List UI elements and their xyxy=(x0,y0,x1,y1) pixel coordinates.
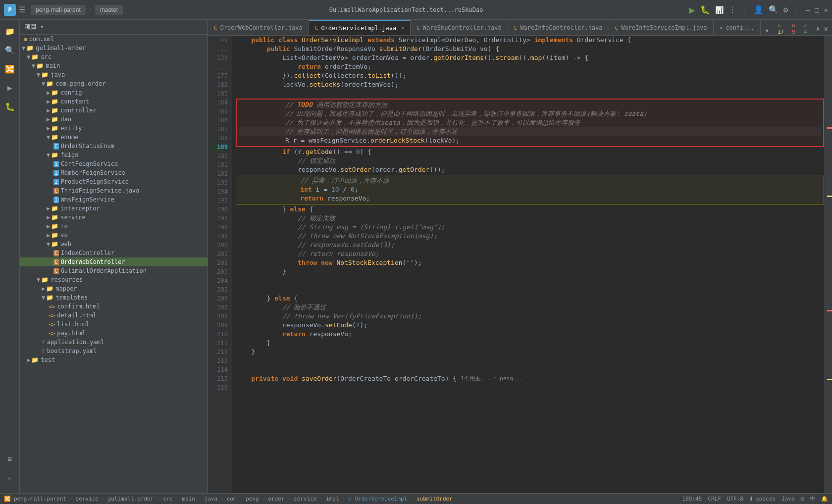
chinese-toggle[interactable]: 中 xyxy=(810,495,815,503)
annotation-red-box: // TODO 调用远程锁定库存的方法 // 出现问题，加减库存成功了，但是由于… xyxy=(236,99,824,147)
breadcrumb-main: main xyxy=(182,496,195,502)
folder-interceptor[interactable]: ▶ 📁 interceptor xyxy=(20,204,208,213)
code-line-201: // responseVo.setCode(3); xyxy=(236,241,824,250)
file-memberfeignservice[interactable]: I MemberFeignService xyxy=(20,168,208,177)
file-thridfeignservice[interactable]: C ThridFeignService.java xyxy=(20,186,208,195)
tab-wareskucontroller[interactable]: C WareSkuController.java xyxy=(411,20,508,35)
folder-resources[interactable]: ▼ 📁 resources xyxy=(20,275,208,284)
minimize-button[interactable]: — xyxy=(806,6,810,14)
debug-icon[interactable]: 🐛 xyxy=(1,98,19,115)
tab-wareinfoserviceimpl[interactable]: C WareInfoServiceImpl.java xyxy=(609,20,714,35)
code-line-182: return orderItemVo; xyxy=(236,62,824,71)
tab-confi[interactable]: > confi... xyxy=(714,20,761,35)
folder-enume[interactable]: ▼ 📁 enume xyxy=(20,133,208,142)
layout-icon[interactable]: ⊞ xyxy=(800,496,804,502)
folder-templates[interactable]: ▼ 📁 templates xyxy=(20,293,208,302)
left-sidebar-icons: 📁 🔍 🔀 ▶ 🐛 ⊞ ⚠ xyxy=(0,20,20,493)
statusbar: 🔀 peng-mall-parent › service › gulimall-… xyxy=(0,493,832,504)
file-application-yaml[interactable]: Y application.yaml xyxy=(20,338,208,347)
code-line-196: return responseVo; xyxy=(238,194,822,203)
gutter-collapse[interactable]: ∨ xyxy=(824,25,828,33)
maximize-button[interactable]: □ xyxy=(815,6,819,14)
coverage-button[interactable]: 📊 xyxy=(715,6,724,14)
project-selector[interactable]: peng-mall-parent xyxy=(31,5,86,15)
file-title: GulimallWareApplicationTest.test...reSku… xyxy=(329,6,483,13)
folder-dao[interactable]: ▶ 📁 dao xyxy=(20,115,208,124)
folder-mapper[interactable]: ▶ 📁 mapper xyxy=(20,284,208,293)
code-line-195: int i = 10 / 0; xyxy=(238,185,822,194)
folder-main[interactable]: ▼ 📁 main xyxy=(20,61,208,70)
run-icon[interactable]: ▶ xyxy=(1,79,19,97)
file-orderstatusenum[interactable]: C OrderStatusEnum xyxy=(20,142,208,151)
close-button[interactable]: ✕ xyxy=(824,6,828,14)
file-gulimallorderapplication[interactable]: C GulimallOrderApplication xyxy=(20,266,208,275)
code-line-216: private void saveOrder(OrderCreateTo ord… xyxy=(236,374,824,383)
pom-xml[interactable]: m pom.xml xyxy=(20,35,208,44)
file-pay-html[interactable]: <> pay.html xyxy=(20,329,208,338)
tab-orderserviceimpl[interactable]: C OrderServiceImpl.java ✕ xyxy=(309,20,411,35)
file-productfeignservice[interactable]: I ProductFeignService xyxy=(20,177,208,186)
breadcrumb-sep1: › xyxy=(69,496,73,502)
breadcrumb-orderserviceimpl: ⊙ OrderServiceImpl xyxy=(348,496,407,502)
notifications[interactable]: 🔔 xyxy=(821,496,828,502)
app-logo: P xyxy=(4,4,16,16)
debug-button[interactable]: 🐛 xyxy=(700,5,710,14)
problems-icon[interactable]: ⚠ xyxy=(1,469,19,487)
gutter-expand[interactable]: ∧ xyxy=(816,25,820,33)
file-cartfeignservice[interactable]: I CartFeignService xyxy=(20,159,208,168)
run-button[interactable]: ▶ xyxy=(689,4,695,16)
code-line-187: // 出现问题，加减库存成功了，但是由于网络原因超时，出现异常，导致订单事务回滚… xyxy=(239,109,821,118)
user-icon[interactable]: 👤 xyxy=(754,5,764,14)
file-tree-header[interactable]: 项目 ▾ xyxy=(20,20,208,35)
file-detail-html[interactable]: <> detail.html xyxy=(20,311,208,320)
code-line-177: List<OrderItemVo> orderItemVos = order.g… xyxy=(236,53,824,62)
git-icon[interactable]: 🔀 xyxy=(4,496,11,502)
lang: Java xyxy=(781,496,795,502)
vcs-icon[interactable]: 🔀 xyxy=(1,60,19,78)
file-list-html[interactable]: <> list.html xyxy=(20,320,208,329)
folder-feign[interactable]: ▼ 📁 feign xyxy=(20,151,208,159)
more-button[interactable]: ⋮ xyxy=(728,5,736,14)
breadcrumb-order: order xyxy=(268,496,284,502)
tabs-overflow[interactable]: ▾ xyxy=(761,26,774,35)
files-icon[interactable]: 📁 xyxy=(1,22,19,40)
code-content[interactable]: public class OrderServiceImpl extends Se… xyxy=(232,36,824,493)
file-bootstrap-yaml[interactable]: Y bootstrap.yaml xyxy=(20,347,208,355)
tab-wareinfocontroller[interactable]: C WareInfoController.java xyxy=(508,20,609,35)
file-indexcontroller[interactable]: C IndexController xyxy=(20,249,208,257)
code-line-213: } xyxy=(236,348,824,356)
code-line-194: // 异常；订单回滚，库存不滚 xyxy=(238,176,822,185)
find-icon[interactable]: 🔍 xyxy=(1,41,19,59)
folder-gulimall-order[interactable]: ▼ 📁 gulimall-order xyxy=(20,44,208,52)
indent: 4 spaces xyxy=(749,496,776,502)
statusbar-right: 189:45 CRLF UTF-8 4 spaces Java ⊞ 中 🔔 xyxy=(682,495,828,503)
file-confirm-html[interactable]: <> confirm.html xyxy=(20,302,208,311)
folder-service[interactable]: ▶ 📁 service xyxy=(20,213,208,222)
folder-vo[interactable]: ▶ 📁 vo xyxy=(20,231,208,240)
tab-orderwebcontroller[interactable]: C OrderWebController.java xyxy=(208,20,309,35)
menu-icon[interactable]: ☰ xyxy=(19,5,26,14)
tab-close-orderserviceimpl[interactable]: ✕ xyxy=(401,25,404,31)
code-line-192: // 锁定成功 xyxy=(236,156,824,165)
folder-src[interactable]: ▼ 📁 src xyxy=(20,52,208,61)
file-tree: 项目 ▾ m pom.xml ▼ 📁 gulimall-order ▼ 📁 sr… xyxy=(20,20,208,493)
search-icon[interactable]: 🔍 xyxy=(769,5,779,14)
file-orderwebcontroller[interactable]: C OrderWebController xyxy=(20,257,208,266)
terminal-icon[interactable]: ⊞ xyxy=(1,450,19,468)
folder-java[interactable]: ▼ 📁 java xyxy=(20,70,208,79)
code-line-200: // throw new NotStockException(msg); xyxy=(236,232,824,241)
branch-selector[interactable]: master xyxy=(95,5,123,15)
settings-icon[interactable]: ⚙ xyxy=(783,5,788,14)
editor[interactable]: 49 ... 139 ... 177 182 183 184 185 186 1… xyxy=(208,36,824,493)
folder-config[interactable]: ▶ 📁 config xyxy=(20,88,208,97)
editor-area: C OrderWebController.java C OrderService… xyxy=(208,20,832,493)
folder-constant[interactable]: ▶ 📁 constant xyxy=(20,97,208,106)
file-wmsfeignservice[interactable]: I WmsFeignService xyxy=(20,195,208,204)
folder-controller[interactable]: ▶ 📁 controller xyxy=(20,106,208,115)
code-line-202: // return responseVo; xyxy=(236,250,824,258)
folder-entity[interactable]: ▶ 📁 entity xyxy=(20,124,208,133)
folder-com-peng-order[interactable]: ▼ 📁 com.peng.order xyxy=(20,79,208,88)
folder-to[interactable]: ▶ 📁 to xyxy=(20,222,208,231)
folder-test[interactable]: ▶ 📁 test xyxy=(20,355,208,364)
folder-web[interactable]: ▼ 📁 web xyxy=(20,240,208,249)
